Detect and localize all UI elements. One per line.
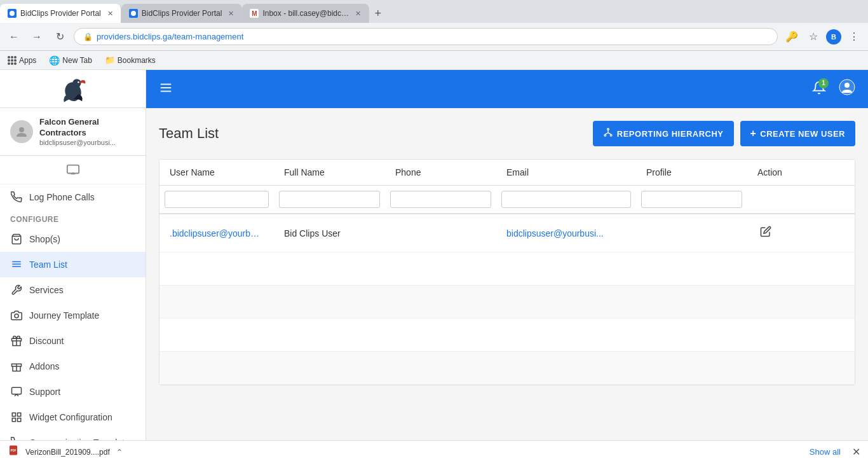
phone-icon: [10, 191, 23, 204]
team-list-table: User Name Full Name Phone Email Profile …: [159, 159, 855, 385]
support-label: Support: [29, 387, 60, 397]
show-all-button[interactable]: Show all: [810, 447, 841, 457]
row-1-profile: [636, 225, 747, 242]
menu-button[interactable]: ⋮: [845, 28, 863, 46]
new-tab-button[interactable]: +: [369, 4, 386, 23]
notification-button[interactable]: 1: [810, 78, 829, 100]
download-filename: VerizonBill_201909....pdf: [25, 448, 110, 457]
reload-button[interactable]: ↻: [51, 28, 69, 46]
hamburger-button[interactable]: [156, 78, 175, 100]
tab-1-close[interactable]: ✕: [107, 10, 113, 18]
sidebar-user: Falcon General Contractors bidclipsuser@…: [0, 108, 146, 156]
sidebar-item-journey-template[interactable]: Journey Template: [0, 303, 146, 328]
filter-profile-cell: [636, 191, 747, 208]
user-email: bidclipsuser@yourbusi...: [39, 139, 135, 146]
filter-phone-input[interactable]: [390, 191, 491, 208]
filter-username-cell: [159, 191, 274, 208]
create-new-user-label: CREATE NEW USER: [760, 129, 845, 139]
svg-point-1: [131, 11, 136, 16]
profile-button[interactable]: [836, 76, 858, 102]
sidebar-item-widget-configuration[interactable]: Widget Configuration: [0, 404, 146, 430]
top-bar: 1: [146, 70, 868, 108]
page-title: Team List: [159, 125, 219, 142]
col-profile: Profile: [636, 160, 747, 185]
key-icon-button[interactable]: 🔑: [783, 28, 801, 46]
svg-rect-8: [12, 261, 21, 263]
download-close-button[interactable]: ✕: [852, 446, 860, 458]
empty-row-1: [159, 252, 855, 286]
tab-3[interactable]: M Inbox - bill.casey@bidclips.com ✕: [242, 4, 369, 23]
sidebar-item-addons[interactable]: Addons: [0, 354, 146, 379]
tab-2-favicon: [129, 9, 138, 18]
company-name: Falcon General Contractors: [39, 117, 135, 139]
tab-1-favicon: [8, 9, 17, 18]
sidebar-item-team-list[interactable]: Team List: [0, 252, 146, 277]
right-panel: 1 Team List: [146, 70, 868, 463]
svg-point-3: [72, 79, 81, 87]
download-chevron-icon[interactable]: ⌃: [116, 448, 123, 457]
bookmark-apps[interactable]: Apps: [5, 55, 39, 66]
empty-row-4: [159, 352, 855, 385]
edit-button-row-1[interactable]: [757, 223, 774, 243]
tab-2[interactable]: BidClips Provider Portal ✕: [121, 4, 243, 23]
sidebar-item-shops[interactable]: Shop(s): [0, 226, 146, 252]
sidebar-item-services[interactable]: Services: [0, 277, 146, 303]
col-email: Email: [496, 160, 636, 185]
svg-rect-20: [18, 418, 21, 421]
lock-icon: 🔒: [83, 32, 93, 41]
tab-1[interactable]: BidClips Provider Portal ✕: [0, 4, 121, 23]
col-phone: Phone: [385, 160, 496, 185]
row-1-username[interactable]: .bidclipsuser@yourbusi...: [159, 219, 274, 247]
chat-bubble-icon[interactable]: [64, 161, 82, 179]
table-filter-row: [159, 186, 855, 214]
tab-1-title: BidClips Provider Portal: [20, 9, 101, 18]
chat-icon-area: [0, 156, 146, 184]
support-icon: [10, 385, 23, 398]
table-row: .bidclipsuser@yourbusi... Bid Clips User…: [159, 214, 855, 252]
row-1-email[interactable]: bidclipsuser@yourbusi...: [496, 219, 636, 247]
filter-username-input[interactable]: [165, 191, 269, 208]
log-phone-calls-label: Log Phone Calls: [29, 192, 95, 202]
journey-template-label: Journey Template: [29, 310, 99, 321]
filter-profile-input[interactable]: [641, 191, 742, 208]
empty-row-3: [159, 319, 855, 352]
sidebar-item-discount[interactable]: Discount: [0, 328, 146, 354]
bookmark-new-tab-label: New Tab: [62, 56, 92, 65]
create-new-user-button[interactable]: + CREATE NEW USER: [740, 121, 856, 146]
col-username: User Name: [159, 160, 274, 185]
team-list-label: Team List: [29, 259, 67, 270]
forward-button[interactable]: →: [28, 28, 46, 46]
folder-icon: 📁: [105, 55, 115, 65]
svg-rect-16: [12, 387, 22, 394]
filter-fullname-input[interactable]: [279, 191, 380, 208]
bookmark-new-tab[interactable]: 🌐 New Tab: [46, 54, 94, 67]
filter-fullname-cell: [274, 191, 385, 208]
filter-action-cell: [747, 191, 811, 208]
address-bar[interactable]: 🔒 providers.bidclips.ga/team-management: [74, 28, 778, 45]
sidebar-item-support[interactable]: Support: [0, 379, 146, 404]
reporting-hierarchy-button[interactable]: REPORTING HIERARCHY: [593, 121, 734, 146]
bookmark-bookmarks[interactable]: 📁 Bookmarks: [102, 54, 158, 66]
filter-phone-cell: [385, 191, 496, 208]
filter-email-input[interactable]: [501, 191, 631, 208]
col-fullname: Full Name: [274, 160, 385, 185]
sidebar-item-log-phone-calls[interactable]: Log Phone Calls: [0, 184, 146, 210]
svg-line-31: [608, 133, 611, 135]
user-avatar: [10, 120, 33, 143]
tab-3-close[interactable]: ✕: [355, 10, 361, 18]
services-label: Services: [29, 285, 64, 295]
tab-2-close[interactable]: ✕: [228, 10, 234, 18]
svg-point-11: [15, 314, 18, 318]
back-button[interactable]: ←: [5, 28, 23, 46]
col-action: Action: [747, 160, 811, 185]
svg-point-28: [610, 134, 612, 136]
svg-point-4: [78, 81, 79, 83]
pdf-icon: PDF: [8, 445, 19, 459]
user-avatar-button[interactable]: B: [826, 29, 841, 45]
new-tab-icon: 🌐: [49, 55, 60, 66]
address-text: providers.bidclips.ga/team-management: [97, 32, 243, 41]
sidebar-logo: [0, 70, 146, 108]
toolbar-right: 🔑 ☆ B ⋮: [783, 28, 863, 46]
tab-2-title: BidClips Provider Portal: [142, 9, 222, 18]
star-icon-button[interactable]: ☆: [804, 28, 822, 46]
